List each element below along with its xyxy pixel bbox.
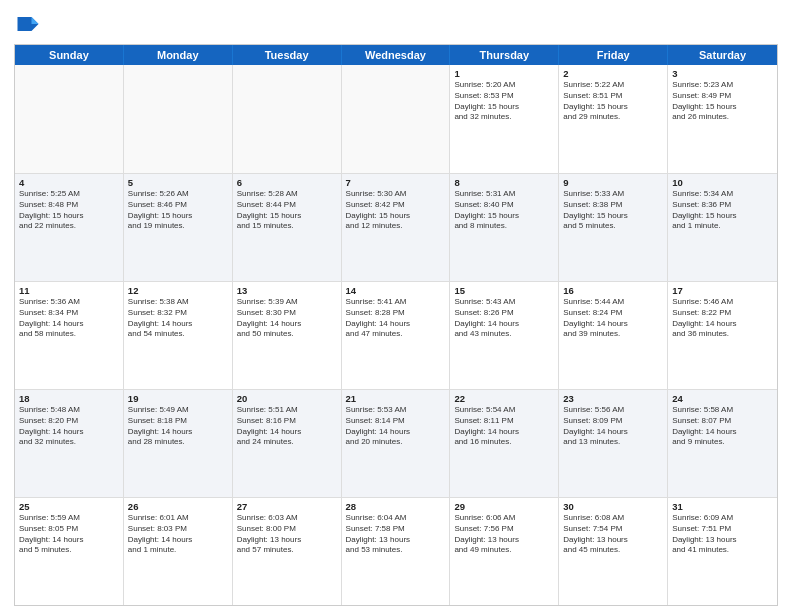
calendar: SundayMondayTuesdayWednesdayThursdayFrid…: [14, 44, 778, 606]
day-info: Sunrise: 5:49 AM Sunset: 8:18 PM Dayligh…: [128, 405, 228, 448]
day-number: 4: [19, 177, 119, 188]
day-number: 6: [237, 177, 337, 188]
calendar-row-4: 18Sunrise: 5:48 AM Sunset: 8:20 PM Dayli…: [15, 389, 777, 497]
calendar-cell: 7Sunrise: 5:30 AM Sunset: 8:42 PM Daylig…: [342, 174, 451, 281]
day-info: Sunrise: 5:59 AM Sunset: 8:05 PM Dayligh…: [19, 513, 119, 556]
calendar-cell: 13Sunrise: 5:39 AM Sunset: 8:30 PM Dayli…: [233, 282, 342, 389]
calendar-header: SundayMondayTuesdayWednesdayThursdayFrid…: [15, 45, 777, 65]
calendar-cell: 4Sunrise: 5:25 AM Sunset: 8:48 PM Daylig…: [15, 174, 124, 281]
day-info: Sunrise: 5:36 AM Sunset: 8:34 PM Dayligh…: [19, 297, 119, 340]
day-info: Sunrise: 5:25 AM Sunset: 8:48 PM Dayligh…: [19, 189, 119, 232]
day-info: Sunrise: 5:34 AM Sunset: 8:36 PM Dayligh…: [672, 189, 773, 232]
header-day-saturday: Saturday: [668, 45, 777, 65]
day-info: Sunrise: 5:46 AM Sunset: 8:22 PM Dayligh…: [672, 297, 773, 340]
calendar-cell: 1Sunrise: 5:20 AM Sunset: 8:53 PM Daylig…: [450, 65, 559, 173]
calendar-row-2: 4Sunrise: 5:25 AM Sunset: 8:48 PM Daylig…: [15, 173, 777, 281]
day-info: Sunrise: 6:09 AM Sunset: 7:51 PM Dayligh…: [672, 513, 773, 556]
calendar-cell: 27Sunrise: 6:03 AM Sunset: 8:00 PM Dayli…: [233, 498, 342, 605]
calendar-cell: [342, 65, 451, 173]
day-info: Sunrise: 5:56 AM Sunset: 8:09 PM Dayligh…: [563, 405, 663, 448]
day-info: Sunrise: 6:08 AM Sunset: 7:54 PM Dayligh…: [563, 513, 663, 556]
calendar-cell: 28Sunrise: 6:04 AM Sunset: 7:58 PM Dayli…: [342, 498, 451, 605]
calendar-cell: 22Sunrise: 5:54 AM Sunset: 8:11 PM Dayli…: [450, 390, 559, 497]
day-number: 15: [454, 285, 554, 296]
day-info: Sunrise: 5:31 AM Sunset: 8:40 PM Dayligh…: [454, 189, 554, 232]
day-number: 27: [237, 501, 337, 512]
day-info: Sunrise: 5:38 AM Sunset: 8:32 PM Dayligh…: [128, 297, 228, 340]
day-info: Sunrise: 5:51 AM Sunset: 8:16 PM Dayligh…: [237, 405, 337, 448]
day-info: Sunrise: 5:44 AM Sunset: 8:24 PM Dayligh…: [563, 297, 663, 340]
day-number: 29: [454, 501, 554, 512]
day-info: Sunrise: 6:06 AM Sunset: 7:56 PM Dayligh…: [454, 513, 554, 556]
day-info: Sunrise: 5:39 AM Sunset: 8:30 PM Dayligh…: [237, 297, 337, 340]
day-info: Sunrise: 6:01 AM Sunset: 8:03 PM Dayligh…: [128, 513, 228, 556]
day-number: 8: [454, 177, 554, 188]
header-day-friday: Friday: [559, 45, 668, 65]
header-day-wednesday: Wednesday: [342, 45, 451, 65]
day-number: 22: [454, 393, 554, 404]
calendar-cell: 11Sunrise: 5:36 AM Sunset: 8:34 PM Dayli…: [15, 282, 124, 389]
calendar-cell: 5Sunrise: 5:26 AM Sunset: 8:46 PM Daylig…: [124, 174, 233, 281]
calendar-cell: 14Sunrise: 5:41 AM Sunset: 8:28 PM Dayli…: [342, 282, 451, 389]
calendar-cell: 2Sunrise: 5:22 AM Sunset: 8:51 PM Daylig…: [559, 65, 668, 173]
calendar-cell: [15, 65, 124, 173]
day-number: 19: [128, 393, 228, 404]
day-info: Sunrise: 5:20 AM Sunset: 8:53 PM Dayligh…: [454, 80, 554, 123]
page: SundayMondayTuesdayWednesdayThursdayFrid…: [0, 0, 792, 612]
day-info: Sunrise: 5:48 AM Sunset: 8:20 PM Dayligh…: [19, 405, 119, 448]
day-info: Sunrise: 5:54 AM Sunset: 8:11 PM Dayligh…: [454, 405, 554, 448]
day-info: Sunrise: 5:30 AM Sunset: 8:42 PM Dayligh…: [346, 189, 446, 232]
day-number: 9: [563, 177, 663, 188]
calendar-cell: 25Sunrise: 5:59 AM Sunset: 8:05 PM Dayli…: [15, 498, 124, 605]
day-info: Sunrise: 5:33 AM Sunset: 8:38 PM Dayligh…: [563, 189, 663, 232]
day-info: Sunrise: 5:53 AM Sunset: 8:14 PM Dayligh…: [346, 405, 446, 448]
header: [14, 10, 778, 38]
logo: [14, 10, 46, 38]
calendar-cell: 10Sunrise: 5:34 AM Sunset: 8:36 PM Dayli…: [668, 174, 777, 281]
day-number: 23: [563, 393, 663, 404]
day-number: 24: [672, 393, 773, 404]
calendar-cell: 18Sunrise: 5:48 AM Sunset: 8:20 PM Dayli…: [15, 390, 124, 497]
day-number: 3: [672, 68, 773, 79]
day-number: 16: [563, 285, 663, 296]
day-number: 11: [19, 285, 119, 296]
calendar-cell: 19Sunrise: 5:49 AM Sunset: 8:18 PM Dayli…: [124, 390, 233, 497]
day-number: 10: [672, 177, 773, 188]
calendar-cell: 17Sunrise: 5:46 AM Sunset: 8:22 PM Dayli…: [668, 282, 777, 389]
day-number: 7: [346, 177, 446, 188]
calendar-cell: 6Sunrise: 5:28 AM Sunset: 8:44 PM Daylig…: [233, 174, 342, 281]
header-day-thursday: Thursday: [450, 45, 559, 65]
day-number: 5: [128, 177, 228, 188]
calendar-cell: 30Sunrise: 6:08 AM Sunset: 7:54 PM Dayli…: [559, 498, 668, 605]
day-number: 17: [672, 285, 773, 296]
calendar-cell: 16Sunrise: 5:44 AM Sunset: 8:24 PM Dayli…: [559, 282, 668, 389]
calendar-cell: 23Sunrise: 5:56 AM Sunset: 8:09 PM Dayli…: [559, 390, 668, 497]
calendar-cell: [233, 65, 342, 173]
calendar-row-3: 11Sunrise: 5:36 AM Sunset: 8:34 PM Dayli…: [15, 281, 777, 389]
header-day-sunday: Sunday: [15, 45, 124, 65]
day-number: 26: [128, 501, 228, 512]
calendar-cell: 15Sunrise: 5:43 AM Sunset: 8:26 PM Dayli…: [450, 282, 559, 389]
calendar-cell: 21Sunrise: 5:53 AM Sunset: 8:14 PM Dayli…: [342, 390, 451, 497]
day-info: Sunrise: 5:28 AM Sunset: 8:44 PM Dayligh…: [237, 189, 337, 232]
day-number: 28: [346, 501, 446, 512]
calendar-body: 1Sunrise: 5:20 AM Sunset: 8:53 PM Daylig…: [15, 65, 777, 605]
day-info: Sunrise: 5:58 AM Sunset: 8:07 PM Dayligh…: [672, 405, 773, 448]
day-number: 2: [563, 68, 663, 79]
day-number: 12: [128, 285, 228, 296]
calendar-cell: 20Sunrise: 5:51 AM Sunset: 8:16 PM Dayli…: [233, 390, 342, 497]
day-info: Sunrise: 6:04 AM Sunset: 7:58 PM Dayligh…: [346, 513, 446, 556]
day-number: 1: [454, 68, 554, 79]
calendar-cell: 31Sunrise: 6:09 AM Sunset: 7:51 PM Dayli…: [668, 498, 777, 605]
calendar-row-5: 25Sunrise: 5:59 AM Sunset: 8:05 PM Dayli…: [15, 497, 777, 605]
calendar-cell: 9Sunrise: 5:33 AM Sunset: 8:38 PM Daylig…: [559, 174, 668, 281]
header-day-tuesday: Tuesday: [233, 45, 342, 65]
day-info: Sunrise: 5:22 AM Sunset: 8:51 PM Dayligh…: [563, 80, 663, 123]
day-info: Sunrise: 5:43 AM Sunset: 8:26 PM Dayligh…: [454, 297, 554, 340]
day-info: Sunrise: 5:41 AM Sunset: 8:28 PM Dayligh…: [346, 297, 446, 340]
calendar-cell: 12Sunrise: 5:38 AM Sunset: 8:32 PM Dayli…: [124, 282, 233, 389]
calendar-cell: 3Sunrise: 5:23 AM Sunset: 8:49 PM Daylig…: [668, 65, 777, 173]
calendar-cell: 26Sunrise: 6:01 AM Sunset: 8:03 PM Dayli…: [124, 498, 233, 605]
calendar-row-1: 1Sunrise: 5:20 AM Sunset: 8:53 PM Daylig…: [15, 65, 777, 173]
calendar-cell: 29Sunrise: 6:06 AM Sunset: 7:56 PM Dayli…: [450, 498, 559, 605]
